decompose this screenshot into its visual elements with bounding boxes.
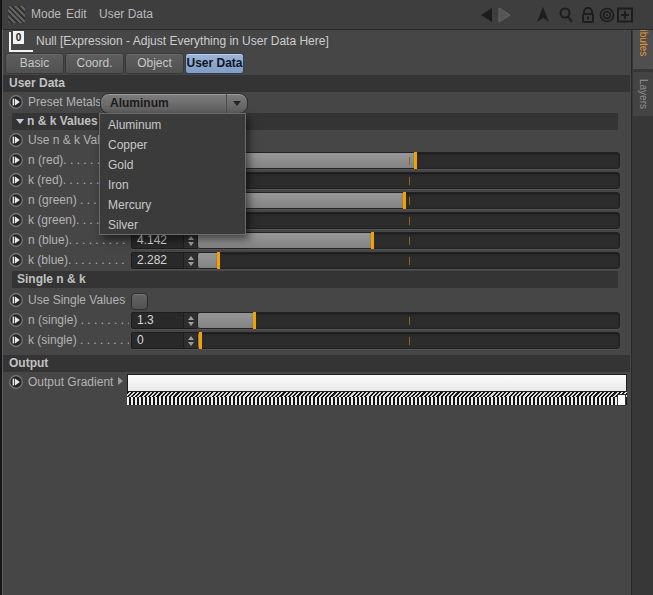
slider-handle[interactable] [371, 232, 374, 249]
dropdown-option-gold[interactable]: Gold [100, 155, 245, 175]
add-panel-icon[interactable] [616, 7, 634, 23]
value-field-k-blue[interactable]: 2.282 [131, 252, 199, 269]
use-single-values-checkbox[interactable] [131, 293, 148, 310]
gradient-knots-strip[interactable] [127, 392, 627, 405]
slider-track-n-blue[interactable] [197, 232, 620, 249]
param-arrow-icon[interactable] [9, 253, 23, 267]
slider-handle[interactable] [253, 312, 256, 329]
slider-track-k-red[interactable] [197, 172, 620, 189]
forward-icon[interactable] [496, 7, 514, 23]
use-single-values-row: Use Single Values [0, 291, 630, 310]
param-row-k-single: k (single) . . . . . . . . . 0 [0, 331, 630, 350]
preset-metals-combobox[interactable]: Aluminum [100, 93, 248, 114]
param-arrow-icon[interactable] [9, 193, 23, 207]
preset-metals-row: Preset Metals [0, 93, 630, 112]
stepper[interactable] [183, 233, 198, 248]
tab-user-data[interactable]: User Data [185, 53, 244, 74]
param-row-n-single: n (single) . . . . . . . . 1.3 [0, 311, 630, 330]
gradient-preview-bar[interactable] [127, 374, 627, 392]
param-row-n-red: n (red). . . . . . . . . . . [0, 151, 630, 170]
value-field-k-single[interactable]: 0 [131, 332, 199, 349]
slider-track-k-single[interactable] [197, 332, 620, 349]
collapse-triangle-icon[interactable] [16, 119, 24, 124]
chevron-down-icon [233, 101, 241, 106]
object-title: Null [Expression - Adjust Everything in … [36, 30, 329, 52]
back-icon[interactable] [477, 7, 495, 23]
gradient-knot-bodies [127, 397, 627, 405]
section-header-user-data: User Data [2, 75, 630, 92]
use-nk-values-row: Use n & k Values [0, 131, 630, 150]
slider-track-n-single[interactable] [197, 312, 620, 329]
pointer-icon[interactable] [534, 7, 552, 23]
use-single-values-label: Use Single Values [28, 291, 131, 310]
param-arrow-icon[interactable] [9, 153, 23, 167]
null-object-icon: 0 [9, 32, 33, 52]
slider-handle[interactable] [414, 152, 417, 169]
magnify-icon[interactable] [557, 7, 575, 23]
attribute-manager-window: Mode Edit User Data 0 Null [ [0, 0, 653, 595]
param-arrow-icon[interactable] [9, 233, 23, 247]
combobox-dropdown-button[interactable] [226, 94, 247, 113]
tab-coord[interactable]: Coord. [65, 53, 124, 74]
target-icon[interactable] [598, 7, 616, 23]
param-arrow-icon[interactable] [9, 375, 23, 389]
slider-handle[interactable] [403, 192, 406, 209]
tab-object[interactable]: Object [125, 53, 184, 74]
dropdown-option-iron[interactable]: Iron [100, 175, 245, 195]
output-gradient-label: Output Gradient [28, 373, 118, 392]
gradient-expand-icon[interactable] [118, 377, 123, 385]
param-arrow-icon[interactable] [9, 313, 23, 327]
slider-track-n-green[interactable] [197, 192, 620, 209]
menu-mode[interactable]: Mode [31, 0, 61, 29]
tab-basic[interactable]: Basic [5, 53, 64, 74]
param-row-k-green: k (green). . . . . . . . . [0, 211, 630, 230]
object-header: 0 Null [Expression - Adjust Everything i… [0, 30, 630, 52]
stepper[interactable] [183, 333, 198, 348]
menu-user-data[interactable]: User Data [99, 0, 153, 29]
param-label: n (single) . . . . . . . . [28, 311, 129, 330]
param-row-n-blue: n (blue). . . . . . . . . . 4.142 [0, 231, 630, 250]
combobox-value: Aluminum [110, 94, 169, 113]
slider-track-k-blue[interactable] [197, 252, 620, 269]
value-field-n-single[interactable]: 1.3 [131, 312, 199, 329]
dropdown-option-mercury[interactable]: Mercury [100, 195, 245, 215]
lock-icon[interactable] [579, 7, 597, 23]
group-header-single-nk[interactable]: Single n & k [12, 271, 618, 288]
dropdown-option-silver[interactable]: Silver [100, 215, 245, 235]
param-label: k (single) . . . . . . . . . [28, 331, 129, 350]
param-row-k-red: k (red). . . . . . . . . . . [0, 171, 630, 190]
slider-handle[interactable] [199, 332, 202, 349]
param-arrow-icon[interactable] [9, 95, 23, 109]
param-arrow-icon[interactable] [9, 213, 23, 227]
param-arrow-icon[interactable] [9, 293, 23, 307]
param-arrow-icon[interactable] [9, 173, 23, 187]
param-row-k-blue: k (blue). . . . . . . . . . 2.282 [0, 251, 630, 270]
dropdown-option-copper[interactable]: Copper [100, 135, 245, 155]
gradient-end-knot[interactable] [617, 394, 626, 406]
preset-metals-dropdown-menu: Aluminum Copper Gold Iron Mercury Silver [99, 113, 246, 235]
dropdown-option-aluminum[interactable]: Aluminum [100, 115, 245, 135]
section-header-output: Output [2, 355, 630, 372]
side-tab-layers[interactable]: Layers [633, 72, 653, 116]
param-row-n-green: n (green) . . . . . . . . . [0, 191, 630, 210]
slider-handle[interactable] [217, 252, 220, 269]
param-arrow-icon[interactable] [9, 333, 23, 347]
menu-bar: Mode Edit User Data [0, 0, 653, 30]
stepper[interactable] [183, 253, 198, 268]
menu-edit[interactable]: Edit [66, 0, 87, 29]
slider-track-k-green[interactable] [197, 212, 620, 229]
stepper[interactable] [183, 313, 198, 328]
side-tab-strip: Attributes Layers [631, 0, 653, 595]
grip-handle-icon[interactable] [8, 6, 25, 23]
param-label: k (blue). . . . . . . . . . [28, 251, 129, 270]
slider-track-n-red[interactable] [197, 152, 620, 169]
param-arrow-icon[interactable] [9, 133, 23, 147]
